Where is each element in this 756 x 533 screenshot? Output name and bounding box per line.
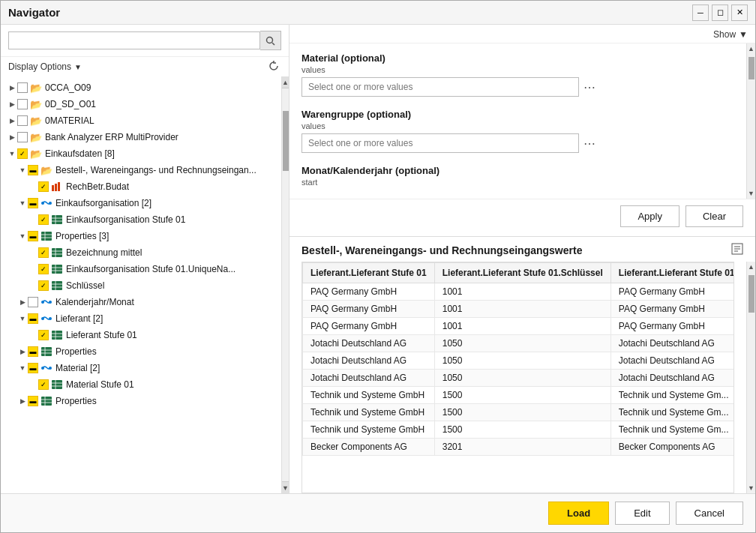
filter-dots-material[interactable]: ⋯: [584, 80, 596, 94]
col-header-2[interactable]: Lieferant.Lieferant Stufe 01.Schlüssel: [434, 263, 610, 283]
filter-group-warengruppe: Warengruppe (optional) values ⋯: [302, 109, 725, 153]
expand-arrow[interactable]: ▶: [7, 133, 17, 141]
list-item[interactable]: ▶ 📂 Bank Analyzer ERP MultiProvider: [1, 129, 281, 145]
filter-dots-warengruppe[interactable]: ⋯: [584, 136, 596, 151]
expand-arrow[interactable]: ▼: [17, 166, 28, 174]
checkbox[interactable]: ▬: [28, 165, 38, 175]
table-icon: [51, 247, 63, 258]
expand-arrow[interactable]: ▶: [7, 84, 17, 91]
tree-container[interactable]: ▶ 📂 0CCA_O09 ▶ 📂 0D_SD_O01: [1, 76, 281, 493]
col-header-1[interactable]: Lieferant.Lieferant Stufe 01: [303, 263, 435, 283]
clear-button[interactable]: Clear: [686, 205, 743, 227]
checkbox[interactable]: ▬: [28, 396, 38, 406]
checkbox[interactable]: [17, 82, 28, 93]
filter-input-row-warengruppe: ⋯: [302, 133, 725, 153]
list-item[interactable]: ▼ ▬ Material [2]: [1, 360, 281, 376]
expand-arrow[interactable]: ▶: [7, 117, 17, 124]
checkbox[interactable]: ✓: [38, 264, 49, 274]
cancel-button[interactable]: Cancel: [676, 502, 743, 525]
edit-button[interactable]: Edit: [615, 502, 669, 525]
filter-scroll-thumb[interactable]: [748, 57, 754, 79]
col-header-3[interactable]: Lieferant.Lieferant Stufe 01: [610, 263, 734, 283]
refresh-icon[interactable]: [268, 60, 281, 73]
expand-arrow[interactable]: ▼: [17, 315, 28, 322]
filter-input-material[interactable]: [302, 77, 579, 97]
table-row[interactable]: Technik und Systeme GmbH1500Technik und …: [303, 387, 735, 404]
list-item[interactable]: ▼ ▬ Einkaufsorganisation [2]: [1, 195, 281, 211]
filter-scroll-down[interactable]: ▼: [748, 188, 754, 199]
list-item[interactable]: ▶ ✓ Lieferant Stufe 01: [1, 327, 281, 343]
table-row[interactable]: PAQ Germany GmbH1001PAQ Germany GmbH: [303, 318, 735, 335]
list-item[interactable]: ▼ ▬ Lieferant [2]: [1, 310, 281, 327]
checkbox[interactable]: ▬: [28, 313, 38, 324]
data-scroll-thumb[interactable]: [748, 275, 754, 313]
list-item[interactable]: ▶ ▬ Properties: [1, 393, 281, 409]
list-item[interactable]: ▼ ▬ 📂 Bestell-, Wareneingangs- und Rechn…: [1, 162, 281, 178]
table-row[interactable]: Jotachi Deutschland AG1050Jotachi Deutsc…: [303, 370, 735, 387]
list-item[interactable]: ▶ ✓ Schlüssel: [1, 277, 281, 294]
filter-scroll-up[interactable]: ▲: [748, 43, 754, 54]
checkbox[interactable]: ✓: [38, 214, 49, 225]
search-input[interactable]: [8, 31, 260, 49]
expand-arrow[interactable]: ▶: [17, 348, 28, 355]
list-item[interactable]: ▼ ▬ Properties [3]: [1, 228, 281, 244]
checkbox[interactable]: ✓: [38, 379, 49, 390]
table-row[interactable]: Technik und Systeme GmbH1500Technik und …: [303, 404, 735, 421]
data-table-wrapper[interactable]: Lieferant.Lieferant Stufe 01 Lieferant.L…: [302, 262, 734, 493]
checkbox[interactable]: ✓: [17, 148, 28, 159]
expand-arrow[interactable]: ▼: [17, 364, 28, 372]
minimize-button[interactable]: ─: [692, 4, 709, 21]
scroll-thumb[interactable]: [283, 111, 289, 171]
list-item[interactable]: ▶ ✓ RechBetr.Budat: [1, 178, 281, 195]
checkbox[interactable]: ▬: [28, 346, 38, 357]
checkbox[interactable]: ▬: [28, 231, 38, 241]
list-item[interactable]: ▶ 📂 0MATERIAL: [1, 112, 281, 129]
table-row[interactable]: Jotachi Deutschland AG1050Jotachi Deutsc…: [303, 352, 735, 370]
close-button[interactable]: ✕: [731, 4, 748, 21]
checkbox[interactable]: [17, 132, 28, 142]
scroll-up-arrow[interactable]: ▲: [282, 76, 289, 88]
checkbox[interactable]: ▬: [28, 198, 38, 208]
expand-arrow[interactable]: ▼: [17, 232, 28, 240]
checkbox[interactable]: [28, 297, 38, 307]
list-item[interactable]: ▼ ✓ 📂 Einkaufsdaten [8]: [1, 145, 281, 162]
maximize-button[interactable]: ◻: [712, 4, 728, 21]
load-button[interactable]: Load: [548, 502, 609, 525]
expand-arrow[interactable]: ▼: [17, 199, 28, 207]
list-item[interactable]: ▶ ▬ Properties: [1, 343, 281, 360]
apply-button[interactable]: Apply: [620, 205, 680, 227]
expand-arrow[interactable]: ▶: [7, 100, 17, 108]
expand-arrow[interactable]: ▶: [17, 298, 28, 306]
table-row[interactable]: Jotachi Deutschland AG1050Jotachi Deutsc…: [303, 335, 735, 352]
show-dropdown[interactable]: Show ▼: [713, 29, 748, 40]
list-item[interactable]: ▶ ✓ Material Stufe 01: [1, 376, 281, 393]
checkbox[interactable]: [17, 115, 28, 126]
svg-point-30: [49, 317, 52, 320]
expand-arrow[interactable]: ▶: [17, 397, 28, 405]
list-item[interactable]: ▶ 📂 0D_SD_O01: [1, 96, 281, 112]
data-scroll-down[interactable]: ▼: [748, 483, 754, 493]
export-icon[interactable]: [731, 243, 743, 257]
filter-input-warengruppe[interactable]: [302, 133, 579, 153]
expand-arrow[interactable]: ▼: [7, 150, 17, 157]
search-button[interactable]: [260, 31, 281, 50]
list-item[interactable]: ▶ ✓ Einkaufsorganisation Stufe 01.Unique…: [1, 261, 281, 277]
checkbox[interactable]: ✓: [38, 330, 49, 340]
list-item[interactable]: ▶ Kalenderjahr/Monat: [1, 294, 281, 310]
filter-scrollbar: ▲ ▼: [746, 43, 755, 199]
table-row[interactable]: Technik und Systeme GmbH1500Technik und …: [303, 421, 735, 439]
table-row[interactable]: Becker Components AG3201Becker Component…: [303, 439, 735, 456]
checkbox[interactable]: ▬: [28, 363, 38, 373]
checkbox[interactable]: ✓: [38, 247, 49, 258]
list-item[interactable]: ▶ ✓ Einkaufsorganisation Stufe 01: [1, 211, 281, 228]
table-row[interactable]: PAQ Germany GmbH1001PAQ Germany GmbH: [303, 283, 735, 301]
checkbox[interactable]: ✓: [38, 181, 49, 192]
scroll-down-arrow[interactable]: ▼: [282, 481, 289, 493]
checkbox[interactable]: ✓: [38, 280, 49, 291]
table-row[interactable]: PAQ Germany GmbH1001PAQ Germany GmbH: [303, 301, 735, 318]
list-item[interactable]: ▶ ✓ Bezeichnung mittel: [1, 244, 281, 261]
display-options-label[interactable]: Display Options ▼: [8, 61, 82, 72]
list-item[interactable]: ▶ 📂 0CCA_O09: [1, 79, 281, 96]
checkbox[interactable]: [17, 99, 28, 109]
data-scroll-up[interactable]: ▲: [748, 262, 754, 272]
